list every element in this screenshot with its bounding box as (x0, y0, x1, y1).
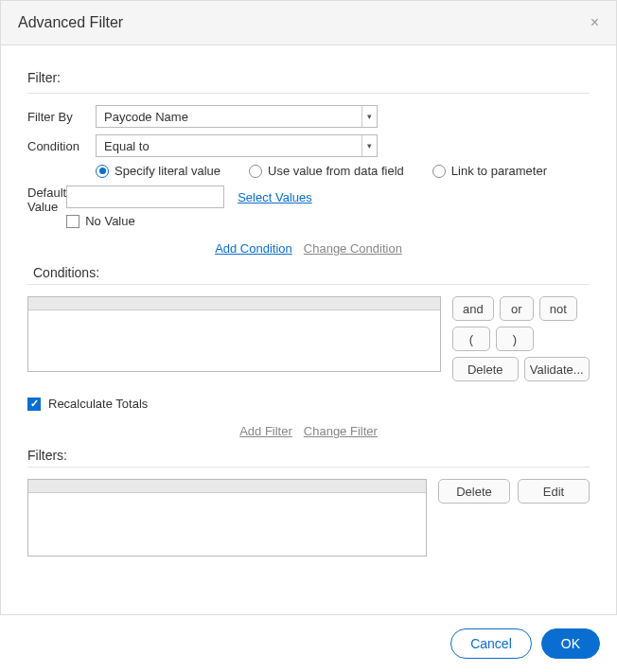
radio-literal-label: Specify literal value (115, 164, 220, 178)
radio-data-field-label: Use value from data field (268, 164, 404, 178)
filter-by-row: Filter By Paycode Name ▾ (27, 105, 590, 128)
edit-filter-button[interactable]: Edit (518, 479, 590, 504)
conditions-area: and or not ( ) Delete Validate... (27, 296, 590, 381)
chevron-down-icon: ▾ (361, 135, 377, 156)
or-button[interactable]: or (500, 296, 534, 321)
radio-literal[interactable]: Specify literal value (96, 164, 220, 178)
conditions-listbox[interactable] (27, 296, 441, 372)
default-value-label: Default Value (27, 186, 66, 214)
delete-filter-button[interactable]: Delete (438, 479, 510, 504)
listbox-header (28, 480, 426, 493)
add-filter-link[interactable]: Add Filter (239, 424, 292, 438)
condition-value: Equal to (104, 139, 150, 153)
value-source-radios: Specify literal value Use value from dat… (96, 164, 590, 178)
condition-label: Condition (27, 139, 96, 153)
change-filter-link[interactable]: Change Filter (304, 424, 378, 438)
no-value-label: No Value (85, 214, 135, 228)
and-button[interactable]: and (452, 296, 494, 321)
dialog-content: Filter: Filter By Paycode Name ▾ Conditi… (1, 45, 616, 564)
radio-link-param-label: Link to parameter (451, 164, 547, 178)
recalc-label: Recalculate Totals (48, 397, 148, 411)
filter-by-dropdown[interactable]: Paycode Name ▾ (96, 105, 378, 128)
default-value-input[interactable] (66, 186, 224, 208)
divider (27, 93, 590, 94)
radio-icon (96, 165, 109, 178)
delete-condition-button[interactable]: Delete (452, 357, 519, 381)
titlebar: Advanced Filter × (1, 1, 616, 45)
radio-data-field[interactable]: Use value from data field (249, 164, 404, 178)
rparen-button[interactable]: ) (496, 327, 534, 351)
condition-action-links: Add Condition Change Condition (27, 241, 590, 256)
change-condition-link[interactable]: Change Condition (304, 241, 402, 256)
divider (27, 284, 590, 285)
validate-button[interactable]: Validate... (524, 357, 591, 381)
conditions-heading: Conditions: (33, 265, 590, 280)
add-condition-link[interactable]: Add Condition (215, 241, 292, 256)
condition-dropdown[interactable]: Equal to ▾ (96, 134, 378, 157)
not-button[interactable]: not (539, 296, 577, 321)
filters-buttons: Delete Edit (438, 479, 590, 557)
recalc-checkbox[interactable] (27, 398, 41, 411)
filter-by-label: Filter By (27, 110, 96, 124)
listbox-header (28, 297, 440, 310)
radio-link-param[interactable]: Link to parameter (432, 164, 547, 178)
radio-icon (432, 165, 446, 178)
cancel-button[interactable]: Cancel (450, 628, 532, 659)
radio-icon (249, 165, 262, 178)
filter-heading: Filter: (27, 70, 590, 85)
recalc-row: Recalculate Totals (27, 397, 590, 411)
select-values-link[interactable]: Select Values (238, 190, 312, 204)
no-value-checkbox[interactable] (66, 215, 79, 228)
filters-listbox[interactable] (27, 479, 427, 557)
dialog-footer: Cancel OK (0, 614, 617, 672)
divider (27, 467, 590, 468)
close-icon[interactable]: × (591, 15, 599, 30)
filter-action-links: Add Filter Change Filter (27, 424, 590, 438)
lparen-button[interactable]: ( (452, 327, 490, 351)
dialog-title: Advanced Filter (18, 14, 123, 31)
condition-row: Condition Equal to ▾ (27, 134, 590, 157)
condition-operator-buttons: and or not ( ) Delete Validate... (452, 296, 590, 381)
ok-button[interactable]: OK (541, 628, 600, 659)
chevron-down-icon: ▾ (361, 106, 377, 127)
filters-heading: Filters: (27, 448, 590, 463)
no-value-row: No Value (66, 214, 312, 228)
filters-area: Delete Edit (27, 479, 590, 557)
filter-by-value: Paycode Name (104, 110, 188, 124)
default-value-row: Default Value Select Values No Value (27, 186, 590, 228)
